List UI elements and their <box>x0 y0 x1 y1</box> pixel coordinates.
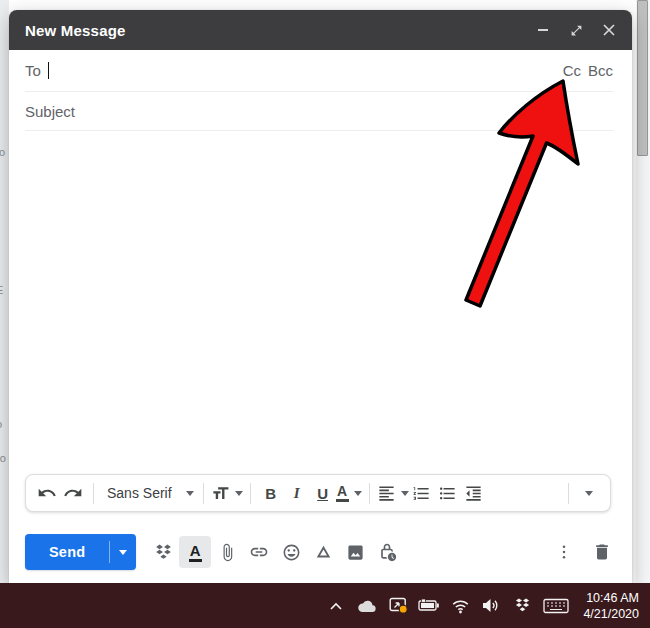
background-text-fragment: to <box>0 146 5 158</box>
undo-icon <box>37 483 57 503</box>
browser-scrollbar-track[interactable] <box>636 0 650 583</box>
font-size-button[interactable] <box>211 478 243 508</box>
windows-taskbar: 10:46 AM 4/21/2020 <box>0 583 650 628</box>
insert-link-icon <box>249 542 269 562</box>
text-cursor <box>48 62 49 79</box>
bulleted-list-button[interactable] <box>435 478 461 508</box>
align-left-icon <box>377 484 396 503</box>
battery-button[interactable] <box>418 591 440 621</box>
toolbar-divider <box>250 483 251 504</box>
align-button[interactable] <box>377 478 409 508</box>
toolbar-divider <box>203 483 204 504</box>
wifi-button[interactable] <box>449 591 471 621</box>
screen-cast-icon <box>389 597 408 614</box>
close-icon <box>603 24 615 36</box>
compose-titlebar[interactable]: New Message <box>9 10 632 50</box>
pop-out-icon <box>570 24 583 37</box>
volume-icon <box>482 598 500 613</box>
send-options-button[interactable] <box>110 534 136 570</box>
cc-link[interactable]: Cc <box>563 62 581 79</box>
compose-title: New Message <box>25 22 126 39</box>
formatting-icon: A <box>189 543 202 562</box>
insert-emoji-button[interactable] <box>275 536 307 568</box>
discard-draft-icon <box>592 542 612 562</box>
google-drive-icon <box>314 543 333 562</box>
send-button[interactable]: Send <box>25 534 109 570</box>
volume-button[interactable] <box>480 591 502 621</box>
attach-file-icon <box>218 543 237 562</box>
confidential-mode-icon <box>377 542 397 562</box>
font-family-select[interactable]: Sans Serif <box>101 485 196 501</box>
redo-icon <box>63 483 83 503</box>
browser-scrollbar-thumb[interactable] <box>637 0 648 156</box>
confidential-mode-button[interactable] <box>371 536 403 568</box>
dropbox-tray-button[interactable] <box>511 591 533 621</box>
chevron-up-icon <box>329 600 343 612</box>
close-button[interactable] <box>602 23 616 37</box>
undo-button[interactable] <box>34 478 60 508</box>
clock-time: 10:46 AM <box>583 590 639 606</box>
more-options-icon <box>555 543 573 561</box>
underline-button[interactable]: U <box>310 478 336 508</box>
message-body[interactable] <box>9 131 632 583</box>
formatting-toolbar: Sans Serif B I U A <box>25 474 611 512</box>
toolbar-divider <box>568 483 569 504</box>
background-text-fragment: ro <box>0 452 6 464</box>
bcc-link[interactable]: Bcc <box>588 62 613 79</box>
background-text-fragment: o <box>0 418 2 430</box>
wifi-icon <box>451 598 470 614</box>
redo-button[interactable] <box>60 478 86 508</box>
toolbar-divider <box>369 483 370 504</box>
text-color-button[interactable]: A <box>336 478 362 508</box>
indent-button[interactable] <box>461 478 487 508</box>
clock-date: 4/21/2020 <box>583 606 639 622</box>
minimize-icon <box>538 29 548 31</box>
screen-cast-button[interactable] <box>387 591 409 621</box>
chevron-down-icon <box>354 491 362 496</box>
numbered-list-icon <box>412 484 431 503</box>
background-page-sliver: to E o ro <box>0 0 9 583</box>
send-split-button: Send <box>25 534 136 570</box>
italic-button[interactable]: I <box>284 478 310 508</box>
dropbox-icon <box>154 543 173 562</box>
chevron-down-icon <box>119 550 127 555</box>
insert-photo-button[interactable] <box>339 536 371 568</box>
send-row: Send A <box>25 534 618 570</box>
background-text-fragment: E <box>0 284 3 296</box>
insert-emoji-icon <box>282 543 301 562</box>
numbered-list-button[interactable] <box>409 478 435 508</box>
toolbar-divider <box>93 483 94 504</box>
discard-draft-button[interactable] <box>586 536 618 568</box>
touch-keyboard-icon <box>543 598 569 614</box>
indent-icon <box>464 484 483 503</box>
formatting-options-button[interactable]: A <box>179 536 211 568</box>
insert-from-drive-button[interactable] <box>307 536 339 568</box>
chevron-down-icon <box>401 491 409 496</box>
attach-files-button[interactable] <box>211 536 243 568</box>
insert-link-button[interactable] <box>243 536 275 568</box>
onedrive-button[interactable] <box>356 591 378 621</box>
onedrive-cloud-icon <box>357 599 377 613</box>
minimize-button[interactable] <box>536 23 550 37</box>
battery-icon <box>418 599 440 612</box>
chevron-down-icon <box>585 491 593 496</box>
bold-button[interactable]: B <box>258 478 284 508</box>
to-field[interactable]: To Cc Bcc <box>9 50 632 91</box>
subject-placeholder: Subject <box>25 103 75 120</box>
dropbox-icon <box>514 597 531 614</box>
subject-field[interactable]: Subject <box>9 92 632 130</box>
pop-out-button[interactable] <box>569 23 583 37</box>
insert-photo-icon <box>346 543 365 562</box>
text-color-icon: A <box>336 484 349 502</box>
chevron-down-icon <box>186 491 194 496</box>
more-formatting-button[interactable] <box>576 478 602 508</box>
bulleted-list-icon <box>438 484 457 503</box>
compose-window: New Message To Cc Bcc Subject <box>9 10 632 583</box>
tray-overflow-button[interactable] <box>325 591 347 621</box>
to-label: To <box>25 62 41 79</box>
taskbar-clock[interactable]: 10:46 AM 4/21/2020 <box>579 590 645 622</box>
chevron-down-icon <box>235 491 243 496</box>
more-options-button[interactable] <box>548 536 580 568</box>
dropbox-button[interactable] <box>147 536 179 568</box>
touch-keyboard-button[interactable] <box>542 591 570 621</box>
